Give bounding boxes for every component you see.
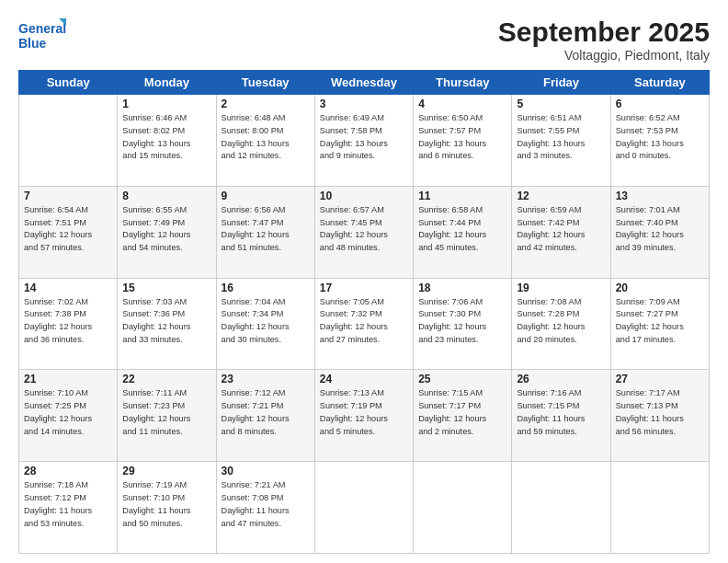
day-number: 17 [320, 282, 408, 294]
calendar-cell [314, 462, 413, 554]
day-number: 8 [122, 190, 210, 202]
calendar-cell: 4Sunrise: 6:50 AMSunset: 7:57 PMDaylight… [414, 95, 512, 187]
day-number: 7 [24, 190, 112, 202]
calendar-cell: 20Sunrise: 7:09 AMSunset: 7:27 PMDayligh… [610, 278, 709, 370]
calendar-cell: 18Sunrise: 7:06 AMSunset: 7:30 PMDayligh… [414, 278, 512, 370]
day-info: Sunrise: 7:08 AMSunset: 7:28 PMDaylight:… [517, 296, 605, 347]
calendar-cell: 11Sunrise: 6:58 AMSunset: 7:44 PMDayligh… [414, 186, 512, 278]
calendar-cell: 23Sunrise: 7:12 AMSunset: 7:21 PMDayligh… [216, 370, 314, 462]
calendar-cell: 10Sunrise: 6:57 AMSunset: 7:45 PMDayligh… [314, 186, 413, 278]
calendar-cell: 7Sunrise: 6:54 AMSunset: 7:51 PMDaylight… [19, 186, 118, 278]
calendar: SundayMondayTuesdayWednesdayThursdayFrid… [18, 70, 710, 554]
day-info: Sunrise: 7:15 AMSunset: 7:17 PMDaylight:… [418, 387, 506, 438]
day-info: Sunrise: 7:21 AMSunset: 7:08 PMDaylight:… [222, 479, 310, 530]
day-info: Sunrise: 7:02 AMSunset: 7:38 PMDaylight:… [24, 296, 112, 347]
day-info: Sunrise: 7:18 AMSunset: 7:12 PMDaylight:… [24, 479, 112, 530]
calendar-cell: 13Sunrise: 7:01 AMSunset: 7:40 PMDayligh… [610, 186, 709, 278]
calendar-cell: 21Sunrise: 7:10 AMSunset: 7:25 PMDayligh… [19, 370, 118, 462]
day-info: Sunrise: 6:59 AMSunset: 7:42 PMDaylight:… [517, 204, 605, 255]
calendar-cell [512, 462, 610, 554]
day-info: Sunrise: 7:10 AMSunset: 7:25 PMDaylight:… [24, 387, 112, 438]
calendar-cell: 8Sunrise: 6:55 AMSunset: 7:49 PMDaylight… [118, 186, 216, 278]
calendar-cell: 19Sunrise: 7:08 AMSunset: 7:28 PMDayligh… [512, 278, 610, 370]
day-info: Sunrise: 6:48 AMSunset: 8:00 PMDaylight:… [222, 112, 310, 163]
day-info: Sunrise: 7:05 AMSunset: 7:32 PMDaylight:… [320, 296, 408, 347]
day-number: 13 [616, 190, 704, 202]
calendar-cell: 2Sunrise: 6:48 AMSunset: 8:00 PMDaylight… [216, 95, 314, 187]
svg-text:General: General [18, 21, 66, 36]
calendar-cell: 26Sunrise: 7:16 AMSunset: 7:15 PMDayligh… [512, 370, 610, 462]
calendar-cell: 29Sunrise: 7:19 AMSunset: 7:10 PMDayligh… [118, 462, 216, 554]
calendar-cell [414, 462, 512, 554]
day-number: 16 [222, 282, 310, 294]
day-number: 15 [122, 282, 210, 294]
column-header-monday: Monday [118, 71, 216, 95]
calendar-cell: 17Sunrise: 7:05 AMSunset: 7:32 PMDayligh… [314, 278, 413, 370]
calendar-cell [19, 95, 118, 187]
day-info: Sunrise: 6:55 AMSunset: 7:49 PMDaylight:… [122, 204, 210, 255]
calendar-cell: 6Sunrise: 6:52 AMSunset: 7:53 PMDaylight… [610, 95, 709, 187]
day-number: 30 [222, 465, 310, 477]
day-number: 27 [616, 373, 704, 385]
calendar-cell: 14Sunrise: 7:02 AMSunset: 7:38 PMDayligh… [19, 278, 118, 370]
day-info: Sunrise: 7:19 AMSunset: 7:10 PMDaylight:… [122, 479, 210, 530]
day-info: Sunrise: 7:03 AMSunset: 7:36 PMDaylight:… [122, 296, 210, 347]
month-year: September 2025 [498, 17, 710, 48]
calendar-cell: 22Sunrise: 7:11 AMSunset: 7:23 PMDayligh… [118, 370, 216, 462]
column-header-thursday: Thursday [414, 71, 512, 95]
calendar-cell: 5Sunrise: 6:51 AMSunset: 7:55 PMDaylight… [512, 95, 610, 187]
day-number: 3 [320, 98, 408, 110]
day-number: 9 [222, 190, 310, 202]
column-header-tuesday: Tuesday [216, 71, 314, 95]
calendar-cell: 12Sunrise: 6:59 AMSunset: 7:42 PMDayligh… [512, 186, 610, 278]
day-number: 28 [24, 465, 112, 477]
day-number: 10 [320, 190, 408, 202]
day-number: 24 [320, 373, 408, 385]
day-info: Sunrise: 6:51 AMSunset: 7:55 PMDaylight:… [517, 112, 605, 163]
column-header-sunday: Sunday [19, 71, 118, 95]
day-info: Sunrise: 6:58 AMSunset: 7:44 PMDaylight:… [418, 204, 506, 255]
calendar-cell [610, 462, 709, 554]
day-info: Sunrise: 6:50 AMSunset: 7:57 PMDaylight:… [418, 112, 506, 163]
calendar-cell: 30Sunrise: 7:21 AMSunset: 7:08 PMDayligh… [216, 462, 314, 554]
title-block: September 2025 Voltaggio, Piedmont, Ital… [498, 17, 710, 63]
day-number: 19 [517, 282, 605, 294]
day-info: Sunrise: 7:04 AMSunset: 7:34 PMDaylight:… [222, 296, 310, 347]
day-number: 26 [517, 373, 605, 385]
column-header-wednesday: Wednesday [314, 71, 413, 95]
calendar-cell: 16Sunrise: 7:04 AMSunset: 7:34 PMDayligh… [216, 278, 314, 370]
day-info: Sunrise: 7:01 AMSunset: 7:40 PMDaylight:… [616, 204, 704, 255]
column-header-friday: Friday [512, 71, 610, 95]
calendar-cell: 9Sunrise: 6:56 AMSunset: 7:47 PMDaylight… [216, 186, 314, 278]
day-info: Sunrise: 6:56 AMSunset: 7:47 PMDaylight:… [222, 204, 310, 255]
day-number: 1 [122, 98, 210, 110]
calendar-cell: 25Sunrise: 7:15 AMSunset: 7:17 PMDayligh… [414, 370, 512, 462]
day-number: 20 [616, 282, 704, 294]
day-info: Sunrise: 6:52 AMSunset: 7:53 PMDaylight:… [616, 112, 704, 163]
day-number: 25 [418, 373, 506, 385]
day-info: Sunrise: 6:46 AMSunset: 8:02 PMDaylight:… [122, 112, 210, 163]
calendar-cell: 28Sunrise: 7:18 AMSunset: 7:12 PMDayligh… [19, 462, 118, 554]
day-number: 23 [222, 373, 310, 385]
day-info: Sunrise: 7:13 AMSunset: 7:19 PMDaylight:… [320, 387, 408, 438]
day-info: Sunrise: 7:16 AMSunset: 7:15 PMDaylight:… [517, 387, 605, 438]
column-header-saturday: Saturday [610, 71, 709, 95]
day-number: 12 [517, 190, 605, 202]
day-info: Sunrise: 7:06 AMSunset: 7:30 PMDaylight:… [418, 296, 506, 347]
day-info: Sunrise: 7:11 AMSunset: 7:23 PMDaylight:… [122, 387, 210, 438]
calendar-cell: 15Sunrise: 7:03 AMSunset: 7:36 PMDayligh… [118, 278, 216, 370]
day-number: 11 [418, 190, 506, 202]
day-info: Sunrise: 6:54 AMSunset: 7:51 PMDaylight:… [24, 204, 112, 255]
svg-text:Blue: Blue [18, 36, 47, 51]
location: Voltaggio, Piedmont, Italy [498, 48, 710, 63]
calendar-cell: 1Sunrise: 6:46 AMSunset: 8:02 PMDaylight… [118, 95, 216, 187]
calendar-cell: 24Sunrise: 7:13 AMSunset: 7:19 PMDayligh… [314, 370, 413, 462]
day-number: 14 [24, 282, 112, 294]
day-number: 21 [24, 373, 112, 385]
day-info: Sunrise: 6:49 AMSunset: 7:58 PMDaylight:… [320, 112, 408, 163]
calendar-cell: 3Sunrise: 6:49 AMSunset: 7:58 PMDaylight… [314, 95, 413, 187]
calendar-cell: 27Sunrise: 7:17 AMSunset: 7:13 PMDayligh… [610, 370, 709, 462]
day-number: 22 [122, 373, 210, 385]
day-number: 6 [616, 98, 704, 110]
day-number: 4 [418, 98, 506, 110]
